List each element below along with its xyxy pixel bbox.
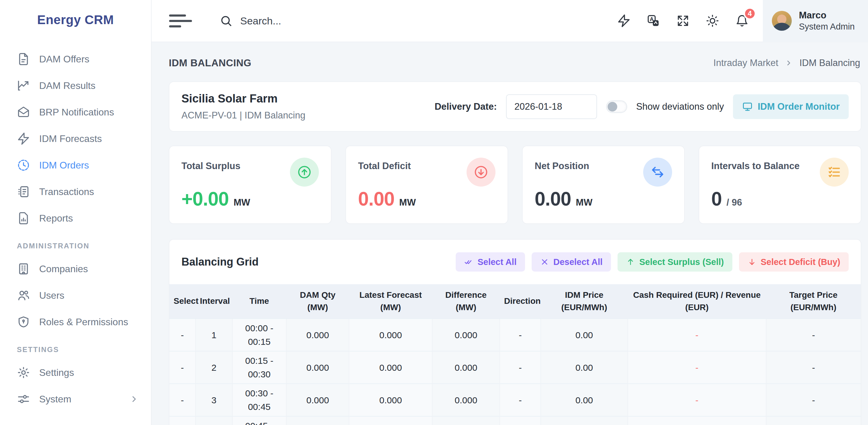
deselect-all-button[interactable]: Deselect All: [532, 252, 611, 272]
table-header-row: Select Interval Time DAM Qty (MW) Latest…: [169, 284, 861, 318]
cell-forecast: 0.000: [349, 351, 432, 384]
sidebar-item-label: Reports: [39, 213, 73, 224]
lightning-icon[interactable]: [617, 14, 631, 28]
double-check-icon: [464, 257, 473, 267]
grid-title: Balancing Grid: [181, 255, 258, 268]
clock-icon: [17, 158, 30, 172]
sidebar-item-system[interactable]: System: [0, 386, 151, 412]
fullscreen-icon[interactable]: [676, 14, 690, 28]
cell-direction: -: [500, 416, 540, 425]
select-all-button[interactable]: Select All: [456, 252, 525, 272]
user-menu[interactable]: Marco System Admin: [763, 0, 868, 42]
stat-unit: MW: [234, 197, 250, 208]
checklist-icon: [820, 158, 849, 187]
cell-idm-price: 0.00: [541, 384, 628, 416]
sidebar-item-label: DAM Offers: [39, 54, 90, 65]
stat-value: +0.00: [181, 188, 229, 210]
sidebar-item-reports[interactable]: Reports: [0, 205, 151, 232]
grid-actions: Select All Deselect All Select Surplus (…: [456, 252, 849, 272]
asset-subtitle: ACME-PV-01 | IDM Balancing: [181, 110, 305, 121]
cell-time: 00:15 - 00:30: [232, 351, 286, 384]
sidebar-item-label: Transactions: [39, 186, 94, 198]
cell-interval: 4: [195, 416, 232, 425]
breadcrumb-intraday-market[interactable]: Intraday Market: [713, 58, 778, 68]
sidebar-item-idm-forecasts[interactable]: IDM Forecasts: [0, 125, 151, 152]
sidebar-item-transactions[interactable]: Transactions: [0, 178, 151, 205]
stat-unit: MW: [399, 197, 416, 208]
cell-forecast: 0.000: [349, 416, 432, 425]
col-idm-price: IDM Price (EUR/MWh): [541, 284, 628, 318]
cell-dam-qty: 0.000: [286, 384, 349, 416]
show-deviations-label: Show deviations only: [636, 101, 724, 112]
menu-toggle-icon[interactable]: [169, 14, 192, 27]
search-input[interactable]: [240, 15, 512, 27]
sidebar-item-label: Users: [39, 290, 64, 301]
stat-unit: MW: [576, 197, 592, 208]
col-latest-forecast: Latest Forecast (MW): [349, 284, 432, 318]
col-select: Select: [169, 284, 195, 318]
lightning-icon: [17, 132, 30, 145]
cell-idm-price: 0.00: [541, 318, 628, 351]
sidebar-item-dam-results[interactable]: DAM Results: [0, 72, 151, 99]
receipt-list-icon: [17, 185, 30, 198]
cell-time: 00:45 - 01:00: [232, 416, 286, 425]
show-deviations-toggle[interactable]: [606, 100, 627, 113]
cell-select: -: [169, 318, 195, 351]
balancing-grid-card: Balancing Grid Select All Deselect All S…: [169, 239, 861, 425]
chart-line-icon: [17, 79, 30, 92]
cell-target: -: [766, 351, 861, 384]
translate-icon[interactable]: A: [647, 14, 660, 28]
cell-select: -: [169, 384, 195, 416]
sidebar-item-companies[interactable]: Companies: [0, 255, 151, 282]
cell-target: -: [766, 384, 861, 416]
notifications-bell-icon[interactable]: 4: [735, 14, 749, 28]
cell-cash: -: [628, 416, 766, 425]
breadcrumb-idm-balancing: IDM Balancing: [799, 58, 860, 68]
sidebar-item-users[interactable]: Users: [0, 282, 151, 309]
col-cash-required: Cash Required (EUR) / Revenue (EUR): [628, 284, 766, 318]
stat-card-intervals-to-balance: Intervals to Balance 0 / 96: [699, 146, 861, 224]
cell-select: -: [169, 351, 195, 384]
sidebar-item-idm-orders[interactable]: IDM Orders: [0, 152, 151, 178]
balancing-grid-table: Select Interval Time DAM Qty (MW) Latest…: [169, 284, 861, 425]
cell-interval: 1: [195, 318, 232, 351]
cell-cash: -: [628, 318, 766, 351]
sidebar-item-dam-offers[interactable]: DAM Offers: [0, 46, 151, 72]
cell-forecast: 0.000: [349, 384, 432, 416]
cell-difference: 0.000: [432, 318, 500, 351]
col-interval: Interval: [195, 284, 232, 318]
cell-cash: -: [628, 384, 766, 416]
delivery-date-label: Delivery Date:: [435, 101, 497, 112]
sidebar-item-roles-permissions[interactable]: Roles & Permissions: [0, 309, 151, 335]
sidebar-item-brp-notifications[interactable]: BRP Notifications: [0, 99, 151, 125]
cell-direction: -: [500, 351, 540, 384]
sidebar-item-label: DAM Results: [39, 80, 96, 91]
monitor-icon: [742, 101, 753, 112]
delivery-date-input[interactable]: [506, 94, 597, 119]
cell-interval: 3: [195, 384, 232, 416]
app-logo: Energy CRM: [0, 13, 151, 27]
cell-difference: 0.000: [432, 351, 500, 384]
table-row: - 1 00:00 - 00:15 0.000 0.000 0.000 - 0.…: [169, 318, 861, 351]
asset-title: Sicilia Solar Farm: [181, 92, 305, 105]
sidebar-item-label: System: [39, 394, 71, 405]
sidebar: Energy CRM DAM Offers DAM Results BRP No…: [0, 0, 152, 425]
sidebar-item-settings[interactable]: Settings: [0, 359, 151, 386]
stat-value: 0.00: [358, 188, 395, 210]
theme-sun-icon[interactable]: [706, 14, 719, 28]
x-icon: [540, 257, 549, 267]
table-row: - 4 00:45 - 01:00 0.000 0.000 0.000 - 0.…: [169, 416, 861, 425]
stat-card-net-position: Net Position 0.00 MW: [522, 146, 685, 224]
col-dam-qty: DAM Qty (MW): [286, 284, 349, 318]
col-direction: Direction: [500, 284, 540, 318]
select-surplus-button[interactable]: Select Surplus (Sell): [618, 252, 732, 272]
building-icon: [17, 262, 30, 275]
select-deficit-button[interactable]: Select Deficit (Buy): [739, 252, 849, 272]
idm-order-monitor-button[interactable]: IDM Order Monitor: [733, 94, 849, 119]
cell-cash: -: [628, 351, 766, 384]
user-name: Marco: [799, 10, 855, 21]
search-box: [220, 14, 617, 27]
stat-label: Net Position: [535, 161, 589, 172]
mail-icon: [17, 105, 30, 119]
chevron-right-icon: [129, 394, 139, 404]
